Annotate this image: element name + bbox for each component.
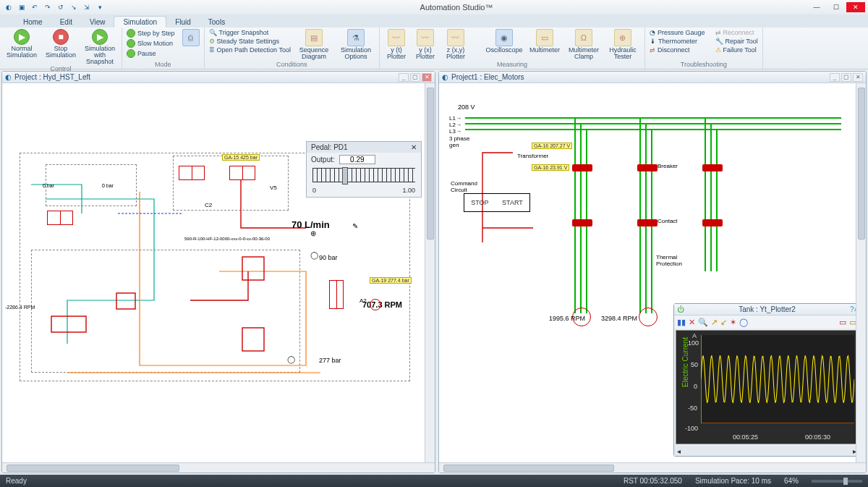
fail-icon: ⚠ [715, 46, 721, 54]
pedal-panel[interactable]: Pedal: PD1✕ Output: 01.00 [306, 141, 422, 198]
repair-button[interactable]: 🔧Repair Tool [715, 38, 758, 45]
pane-close-button[interactable]: ✕ [422, 73, 432, 82]
app-title: Automation Studio™ [106, 3, 807, 12]
plotter-title: Tank : Yt_Plotter2 [684, 305, 850, 313]
zxy-plotter-button[interactable]: 〰z (x,y) Plotter [442, 29, 469, 60]
pause-button[interactable]: Pause [127, 49, 175, 58]
pressure-gauge-button[interactable]: ◔Pressure Gauge [650, 29, 705, 36]
power-icon[interactable]: ⏻ [677, 305, 684, 313]
ribbon-tabs: Home Edit View Simulation Fluid Tools [0, 14, 868, 27]
plotter-panel[interactable]: ⏻Tank : Yt_Plotter2?› ▮▮ ✕ 🔍 ↗↙ ✶◯ ▭▭ A … [673, 303, 860, 457]
pane-max-button[interactable]: ▢ [841, 73, 851, 82]
right-hscroll[interactable] [439, 462, 866, 473]
reconnect-button: ⇄Reconnect [715, 29, 758, 36]
left-vscroll[interactable] [425, 83, 435, 462]
label-c2: C2 [205, 202, 212, 208]
app-icon[interactable]: ◐ [3, 1, 14, 13]
p90-value: 90 bar [319, 254, 338, 261]
tab-edit[interactable]: Edit [51, 17, 81, 27]
maximize-button[interactable]: ☐ [827, 2, 846, 12]
pedal-output-input[interactable] [339, 155, 375, 164]
pedal-slider[interactable] [312, 168, 415, 182]
pause-icon[interactable]: ▮▮ [677, 318, 686, 327]
reconn-icon: ⇄ [715, 29, 721, 36]
steady-button[interactable]: ⚙Steady State Settings [209, 38, 291, 45]
stop-sim-button[interactable]: ■Stop Simulation [43, 29, 78, 59]
thermometer-button[interactable]: 🌡Thermometer [650, 38, 705, 45]
status-zoom[interactable]: 64% [784, 477, 799, 485]
tag-ga16b: GA-16 23.91 V [532, 164, 569, 171]
close-button[interactable]: ✕ [846, 2, 865, 12]
yx-plotter-button[interactable]: 〰y (x) Plotter [413, 29, 438, 60]
trigger-button[interactable]: 🔍Trigger Snapshot [209, 29, 291, 36]
zoom-icon[interactable]: 🔍 [698, 318, 708, 327]
pedal-close-button[interactable]: ✕ [411, 143, 417, 151]
ribbon-group-measuring: 〰y (t) Plotter 〰y (x) Plotter 〰z (x,y) P… [380, 27, 645, 69]
tab-fluid[interactable]: Fluid [166, 17, 200, 27]
oscilloscope-button[interactable]: ◉Oscilloscope [485, 29, 523, 54]
gen-label: 3 phase gen [449, 135, 469, 148]
qat-redo-icon[interactable]: ↷ [42, 1, 54, 13]
thermo-icon: 🌡 [650, 38, 656, 45]
workspace: ◐ Project : Hyd_HST_Left _ ▢ ✕ [0, 69, 868, 475]
yt-plotter-button[interactable]: 〰y (t) Plotter [384, 29, 409, 60]
tab-view[interactable]: View [81, 17, 114, 27]
openpath-button[interactable]: ≣Open Path Detection Tool [209, 46, 291, 54]
command-panel[interactable]: STOP START [464, 193, 530, 212]
failure-button[interactable]: ⚠Failure Tool [715, 46, 758, 54]
ribbon-group-troubleshooting: ◔Pressure Gauge 🌡Thermometer ⇌Disconnect… [645, 27, 763, 69]
hyd-tester-button[interactable]: ⊕Hydraulic Tester [605, 29, 640, 60]
status-pace: Simulation Pace: 10 ms [695, 477, 771, 485]
pedal-min: 0 [312, 187, 316, 194]
gear-icon: ⚙ [209, 38, 215, 45]
sequence-button[interactable]: ▤Sequence Diagram [295, 29, 333, 60]
normal-sim-button[interactable]: ▶Normal Simulation [4, 29, 39, 59]
input-rpm: -2286.4 RPM [5, 305, 35, 310]
right-vscroll[interactable] [856, 83, 866, 462]
right-canvas[interactable]: 208 V L1→L2→L3→ 3 phase gen GA-16 207.27… [439, 83, 866, 462]
left-hscroll[interactable] [2, 462, 435, 473]
slow-button[interactable]: Slow Motion [127, 39, 175, 48]
disconnect-button[interactable]: ⇌Disconnect [650, 46, 705, 54]
disc-icon: ⇌ [650, 46, 655, 54]
multimeter-button[interactable]: ▭Multimeter [527, 29, 562, 54]
step-button[interactable]: Step by Step [127, 29, 175, 38]
clamp-button[interactable]: ΩMultimeter Clamp [566, 29, 601, 60]
minimize-button[interactable]: — [807, 2, 826, 12]
plotter-toolbar[interactable]: ▮▮ ✕ 🔍 ↗↙ ✶◯ ▭▭ [674, 316, 859, 329]
cursor-icon[interactable]: ✕ [689, 318, 695, 327]
qat-btn-b[interactable]: ⇲ [81, 1, 93, 13]
tag-ga16a: GA-16 207.27 V [532, 143, 572, 149]
path-icon: ≣ [209, 46, 215, 54]
tab-simulation[interactable]: Simulation [114, 16, 166, 27]
project-icon: ◐ [442, 73, 448, 81]
cmd-label: Command Circuit [451, 180, 477, 193]
rpm2-value: 3298.4 RPM [601, 315, 637, 322]
pane-close-button[interactable]: ✕ [853, 73, 863, 82]
qat-undo-icon[interactable]: ↶ [29, 1, 41, 13]
breaker-label: Breaker [658, 163, 678, 169]
stop-button[interactable]: STOP [471, 199, 488, 206]
tab-tools[interactable]: Tools [200, 17, 234, 27]
start-button[interactable]: START [502, 199, 523, 206]
plot-ylabel: Electric Current [681, 337, 689, 387]
left-pane: ◐ Project : Hyd_HST_Left _ ▢ ✕ [1, 71, 435, 473]
sim-snapshot-button[interactable]: ▶Simulation with Snapshot [82, 29, 117, 65]
qat-more-icon[interactable]: ▾ [94, 1, 106, 13]
sim-options-button[interactable]: ⚗Simulation Options [337, 29, 375, 60]
qat-save-icon[interactable]: ▣ [16, 1, 27, 13]
pane-min-button[interactable]: _ [399, 73, 409, 82]
mode-icon-a[interactable]: ⎙ [182, 29, 200, 46]
qat-refresh-icon[interactable]: ↺ [55, 1, 67, 13]
search-icon: 🔍 [209, 29, 217, 36]
pane-min-button[interactable]: _ [830, 73, 840, 82]
qat-btn-a[interactable]: ↘ [68, 1, 80, 13]
plotter-hscroll[interactable]: ◂▸ [674, 446, 859, 456]
left-canvas[interactable]: GA-15 425 bar GA-19 277.4 bar 0 bar 0 ba… [2, 83, 435, 462]
zoom-slider[interactable] [812, 480, 862, 483]
tab-home[interactable]: Home [14, 17, 51, 27]
gauge-0-b: 0 bar [102, 183, 114, 188]
pane-max-button[interactable]: ▢ [410, 73, 420, 82]
thermal-label: Thermal Protection [656, 254, 682, 267]
gauge-0-a: 0 bar [43, 183, 54, 188]
